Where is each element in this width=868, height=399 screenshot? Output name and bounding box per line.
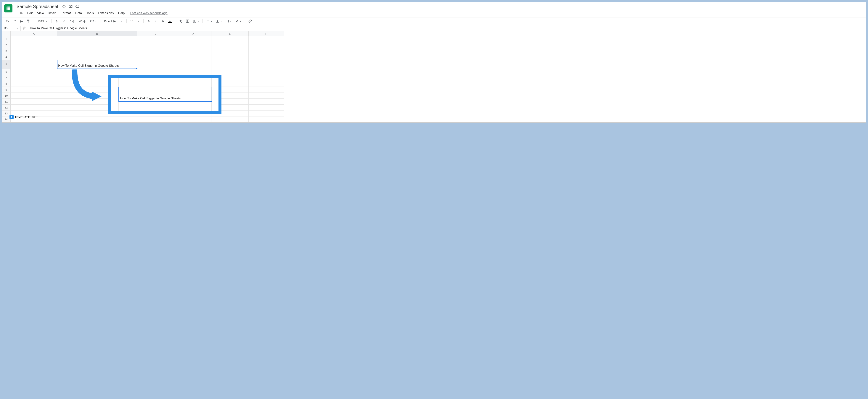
row-header-4[interactable]: 4 (2, 54, 10, 60)
cell[interactable] (137, 36, 174, 42)
currency-button[interactable]: $ (54, 19, 59, 24)
cell[interactable] (211, 60, 249, 69)
bold-button[interactable]: B (146, 19, 151, 24)
row-header-6[interactable]: 6 (2, 69, 10, 75)
cell[interactable] (249, 60, 284, 69)
cell[interactable] (10, 81, 57, 87)
cell[interactable] (174, 54, 211, 60)
cell[interactable] (10, 99, 57, 105)
cloud-status-icon[interactable] (75, 4, 80, 8)
cell[interactable] (211, 42, 249, 48)
row-header-10[interactable]: 10 (2, 93, 10, 99)
cell[interactable] (10, 42, 57, 48)
column-header-f[interactable]: F (249, 31, 284, 36)
italic-button[interactable]: I (153, 19, 158, 24)
last-edit-link[interactable]: Last edit was seconds ago (130, 11, 167, 15)
insert-link-button[interactable] (248, 19, 253, 24)
cell[interactable] (174, 69, 211, 75)
cell[interactable] (174, 60, 211, 69)
cell[interactable] (10, 93, 57, 99)
vertical-align-button[interactable] (215, 19, 223, 24)
horizontal-align-button[interactable] (205, 19, 213, 24)
cell[interactable] (249, 93, 284, 99)
column-header-e[interactable]: E (211, 31, 249, 36)
row-header-9[interactable]: 9 (2, 87, 10, 93)
row-header-12[interactable]: 12 (2, 105, 10, 110)
menu-tools[interactable]: Tools (84, 10, 96, 16)
row-header-1[interactable]: 1 (2, 36, 10, 42)
zoom-dropdown[interactable]: 100% (36, 19, 49, 23)
cell[interactable] (10, 54, 57, 60)
cell[interactable] (10, 75, 57, 81)
column-header-c[interactable]: C (137, 31, 174, 36)
borders-button[interactable] (185, 19, 190, 24)
menu-edit[interactable]: Edit (25, 10, 35, 16)
cell[interactable] (137, 117, 174, 123)
cell[interactable] (57, 42, 137, 48)
redo-button[interactable] (12, 19, 17, 24)
row-header-11[interactable]: 11 (2, 99, 10, 105)
cell[interactable] (249, 87, 284, 93)
formula-input[interactable]: How To Make Cell Bigger in Google Sheets (28, 26, 866, 31)
cell[interactable] (10, 36, 57, 42)
cell[interactable] (10, 48, 57, 54)
star-icon[interactable] (62, 4, 66, 8)
row-header-3[interactable]: 3 (2, 48, 10, 54)
undo-button[interactable] (5, 19, 10, 24)
percent-button[interactable]: % (61, 19, 66, 24)
row-header-7[interactable]: 7 (2, 75, 10, 81)
column-header-b[interactable]: B (57, 31, 137, 36)
strikethrough-button[interactable]: S (160, 19, 165, 24)
cell[interactable] (249, 69, 284, 75)
document-title[interactable]: Sample Spreadsheet (16, 3, 59, 9)
cell[interactable] (57, 117, 137, 123)
row-header-2[interactable]: 2 (2, 42, 10, 48)
font-size-dropdown[interactable]: 10 (129, 19, 141, 23)
cell[interactable] (137, 69, 174, 75)
cell[interactable] (249, 105, 284, 110)
decrease-decimal-button[interactable]: .0 (68, 19, 76, 24)
cell[interactable] (174, 42, 211, 48)
print-button[interactable] (19, 19, 24, 24)
menu-data[interactable]: Data (73, 10, 84, 16)
menu-format[interactable]: Format (59, 10, 73, 16)
cell[interactable] (174, 117, 211, 123)
cell[interactable] (57, 48, 137, 54)
select-all-corner[interactable] (2, 31, 10, 36)
spreadsheet-grid[interactable]: A B C D E F 1 2 3 4 5How To Make Cell Bi… (2, 31, 866, 123)
cell[interactable] (137, 48, 174, 54)
menu-file[interactable]: File (16, 10, 25, 16)
fill-color-button[interactable] (178, 19, 183, 24)
cell[interactable] (211, 48, 249, 54)
cell[interactable] (137, 42, 174, 48)
increase-decimal-button[interactable]: .00 (78, 19, 87, 24)
menu-insert[interactable]: Insert (46, 10, 59, 16)
row-header-8[interactable]: 8 (2, 81, 10, 87)
cell[interactable] (137, 54, 174, 60)
column-header-a[interactable]: A (10, 31, 57, 36)
cell[interactable] (249, 54, 284, 60)
cell[interactable] (249, 75, 284, 81)
text-rotation-button[interactable] (234, 19, 242, 24)
merge-cells-button[interactable] (192, 19, 200, 24)
cell[interactable] (57, 36, 137, 42)
text-wrap-button[interactable] (225, 19, 232, 24)
cell[interactable] (211, 36, 249, 42)
number-format-dropdown[interactable]: 123 (89, 19, 98, 24)
cell[interactable] (249, 48, 284, 54)
cell[interactable] (57, 69, 137, 75)
font-dropdown[interactable]: Default (Ari... (103, 19, 124, 23)
cell[interactable] (57, 54, 137, 60)
name-box[interactable]: B5 (2, 26, 21, 31)
cell[interactable] (211, 69, 249, 75)
column-header-d[interactable]: D (174, 31, 211, 36)
cell[interactable] (10, 105, 57, 110)
cell[interactable] (249, 81, 284, 87)
move-icon[interactable] (69, 4, 73, 8)
cell[interactable] (10, 60, 57, 69)
row-header-5[interactable]: 5 (2, 60, 10, 69)
menu-help[interactable]: Help (116, 10, 127, 16)
cell[interactable] (249, 99, 284, 105)
paint-format-button[interactable] (26, 19, 31, 24)
menu-extensions[interactable]: Extensions (96, 10, 116, 16)
